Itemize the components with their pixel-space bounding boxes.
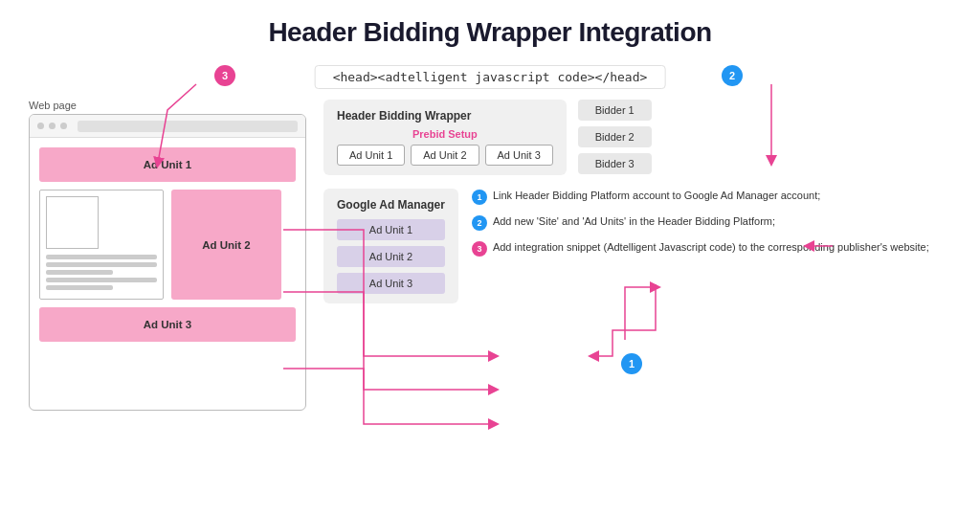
browser-ad-unit-3: Ad Unit 3 [39, 307, 296, 342]
prebid-unit-2: Ad Unit 2 [411, 145, 479, 166]
browser-dot-3 [60, 123, 67, 129]
browser-ad-unit-2: Ad Unit 2 [171, 190, 281, 300]
browser-window: Ad Unit 1 [29, 114, 306, 411]
gam-unit-2: Ad Unit 2 [337, 246, 445, 267]
main-container: Header Bidding Wrapper Integration 3 <he… [0, 0, 980, 515]
prebid-unit-3: Ad Unit 3 [485, 145, 553, 166]
webpage-label: Web page [29, 100, 77, 111]
instr-badge-1: 1 [472, 190, 487, 205]
browser-text-lines [40, 249, 163, 290]
gam-unit-1: Ad Unit 1 [337, 219, 445, 240]
gam-title: Google Ad Manager [337, 198, 445, 212]
browser-img-placeholder [46, 196, 99, 249]
prebid-label: Prebid Setup [337, 128, 553, 140]
text-line-5 [46, 285, 113, 290]
hbw-row: Header Bidding Wrapper Prebid Setup Ad U… [323, 100, 951, 175]
browser-content-box [39, 190, 164, 300]
browser-dot-2 [49, 123, 56, 129]
bidder-2: Bidder 2 [578, 126, 652, 147]
text-line-3 [46, 270, 113, 275]
text-line-2 [46, 262, 157, 267]
browser-url-bar [78, 121, 298, 132]
badge-2-top: 2 [722, 65, 743, 86]
page-title: Header Bidding Wrapper Integration [29, 17, 951, 48]
instruction-2: 2 Add new 'Site' and 'Ad Units' in the H… [472, 214, 951, 231]
right-section: Header Bidding Wrapper Prebid Setup Ad U… [323, 100, 951, 303]
gam-unit-3: Ad Unit 3 [337, 273, 445, 294]
hbw-title: Header Bidding Wrapper [337, 109, 553, 123]
gam-row: Google Ad Manager Ad Unit 1 Ad Unit 2 Ad… [323, 189, 951, 303]
content-row: Web page Ad Unit 1 [29, 100, 951, 411]
code-tag: <head><adtelligent javascript code></hea… [315, 65, 666, 89]
browser-dot-1 [37, 123, 44, 129]
browser-ad-unit-1: Ad Unit 1 [39, 147, 296, 182]
browser-middle: Ad Unit 2 [39, 190, 296, 300]
bidders-list: Bidder 1 Bidder 2 Bidder 3 [578, 100, 652, 174]
bidder-1: Bidder 1 [578, 100, 652, 121]
webpage-section: Web page Ad Unit 1 [29, 100, 306, 411]
bidder-3: Bidder 3 [578, 153, 652, 174]
badge-3-top: 3 [214, 65, 235, 86]
instruction-1: 1 Link Header Bidding Platform account t… [472, 189, 951, 205]
prebid-unit-1: Ad Unit 1 [337, 145, 405, 166]
instr-badge-3: 3 [472, 241, 487, 257]
browser-content: Ad Unit 1 [30, 138, 305, 351]
instr-badge-2: 2 [472, 215, 487, 231]
gam-box: Google Ad Manager Ad Unit 1 Ad Unit 2 Ad… [323, 189, 458, 303]
hbw-box: Header Bidding Wrapper Prebid Setup Ad U… [323, 100, 567, 175]
instructions: 1 Link Header Bidding Platform account t… [472, 189, 951, 266]
prebid-units: Ad Unit 1 Ad Unit 2 Ad Unit 3 [337, 145, 553, 166]
top-banner-row: 3 <head><adtelligent javascript code></h… [29, 61, 951, 92]
gam-units: Ad Unit 1 Ad Unit 2 Ad Unit 3 [337, 219, 445, 294]
instruction-3: 3 Add integration snippet (Adtelligent J… [472, 240, 951, 257]
browser-toolbar [30, 115, 305, 138]
text-line-4 [46, 278, 157, 282]
text-line-1 [46, 255, 157, 259]
